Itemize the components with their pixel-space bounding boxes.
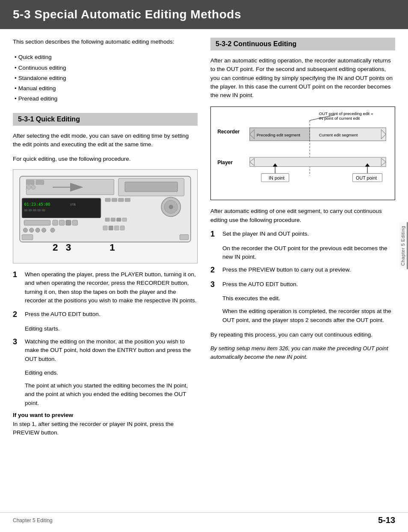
step-content-3: Watching the editing on the monitor, at … (25, 337, 198, 364)
svg-rect-9 (125, 182, 177, 192)
diagram-svg: Recorder Preceding edit segment Current … (215, 111, 390, 194)
after-diagram-text: After automatic editing of one edit segm… (210, 207, 395, 225)
bullet-item: Continuous editing (15, 63, 198, 73)
svg-rect-39 (22, 235, 33, 240)
right-step-number-3: 3 (210, 280, 219, 290)
svg-text:2: 2 (53, 242, 58, 253)
bullet-item: Manual editing (15, 83, 198, 94)
step-1: 1 When operating the player, press the P… (13, 270, 198, 305)
svg-rect-23 (118, 198, 124, 202)
page-title: 5-3 Special Automatic Editing Methods (13, 8, 395, 21)
svg-point-38 (50, 228, 55, 233)
svg-rect-16 (37, 209, 41, 211)
section531-intro: After selecting the edit mode, you can s… (13, 132, 198, 149)
italic-note: By setting setup menu item 326, you can … (210, 344, 395, 361)
svg-point-36 (35, 228, 40, 233)
svg-rect-40 (103, 226, 107, 230)
right-step-1: 1 Set the player IN and OUT points. (210, 230, 395, 239)
step-3-note2: The point at which you started the editi… (25, 381, 198, 408)
svg-rect-30 (105, 218, 109, 222)
right-column: 5-3-2 Continuous Editing After an automa… (210, 38, 395, 437)
right-step-content-2: Press the PREVIEW button to carry out a … (222, 266, 395, 275)
svg-text:01:23:45:06: 01:23:45:06 (24, 202, 50, 207)
left-column: This section describes the following aut… (13, 38, 198, 437)
svg-rect-15 (33, 209, 36, 211)
svg-point-7 (31, 185, 35, 189)
step-content-1: When operating the player, press the PLA… (25, 270, 198, 305)
svg-rect-5 (36, 180, 44, 185)
page-footer: Chapter 5 Editing 5-13 (0, 512, 408, 525)
svg-rect-10 (22, 198, 101, 218)
svg-rect-14 (29, 209, 32, 211)
svg-text:IN point: IN point (269, 175, 284, 180)
side-tab: Chapter 5 Editing (399, 222, 408, 269)
svg-text:1: 1 (109, 242, 115, 253)
right-step-content-3: Press the AUTO EDIT button. (222, 280, 395, 290)
intro-text: This section describes the following aut… (13, 38, 198, 46)
right-step-3-note2: When the editing operation is completed,… (222, 307, 395, 325)
step-number-3: 3 (13, 337, 21, 364)
svg-rect-25 (24, 220, 50, 225)
step-2-note: Editing starts. (25, 325, 198, 333)
preview-text: In step 1, after setting the recorder or… (13, 420, 198, 437)
svg-rect-61 (250, 157, 386, 167)
svg-rect-13 (24, 209, 27, 211)
bullet-item: Standalone editing (15, 73, 198, 83)
svg-text:IN point of current edit: IN point of current edit (319, 116, 360, 121)
content-wrapper: This section describes the following aut… (0, 29, 408, 463)
svg-text:OUT point: OUT point (356, 175, 377, 180)
section531-procedure: For quick editing, use the following pro… (13, 155, 198, 163)
footer-page-number: 5-13 (378, 515, 395, 525)
svg-point-20 (169, 205, 173, 209)
svg-text:Current edit segment: Current edit segment (319, 133, 358, 138)
svg-rect-44 (180, 235, 189, 240)
diagram-box: Recorder Preceding edit segment Current … (210, 106, 395, 200)
section-532-header: 5-3-2 Continuous Editing (210, 38, 395, 50)
step-content-2: Press the AUTO EDIT button. (25, 310, 198, 319)
svg-rect-42 (115, 226, 119, 230)
step-3-note1: Editing ends. (25, 369, 198, 377)
right-step-content-1: Set the player IN and OUT points. (222, 230, 395, 239)
svg-rect-32 (117, 218, 121, 222)
svg-rect-27 (59, 220, 64, 225)
svg-point-6 (27, 185, 31, 189)
svg-text:Preceding edit segment: Preceding edit segment (257, 133, 300, 138)
bullet-list: Quick editing Continuous editing Standal… (13, 52, 198, 104)
svg-rect-33 (122, 218, 127, 222)
right-step-number-1: 1 (210, 230, 219, 239)
svg-rect-24 (125, 198, 130, 202)
page-header: 5-3 Special Automatic Editing Methods (0, 0, 408, 29)
svg-rect-21 (105, 198, 110, 202)
svg-rect-43 (120, 226, 124, 230)
bullet-item: Quick editing (15, 52, 198, 62)
right-step-1-note: On the recorder the OUT point for the pr… (222, 244, 395, 262)
svg-point-37 (41, 228, 46, 233)
svg-rect-41 (109, 226, 113, 230)
device-svg: 01:23:45:06 VTR (18, 174, 193, 257)
conclusion-text: By repeating this process, you can carry… (210, 331, 395, 339)
right-step-3-note1: This executes the edit. (222, 294, 395, 303)
svg-text:OUT point of preceding edit =: OUT point of preceding edit = (319, 111, 373, 116)
svg-text:Player: Player (217, 160, 233, 166)
svg-rect-17 (41, 209, 45, 211)
right-step-3: 3 Press the AUTO EDIT button. (210, 280, 395, 290)
step-3: 3 Watching the editing on the monitor, a… (13, 337, 198, 364)
svg-point-34 (23, 228, 27, 233)
svg-rect-4 (27, 180, 34, 185)
right-step-number-2: 2 (210, 266, 219, 275)
svg-text:VTR: VTR (70, 203, 76, 207)
svg-text:Recorder: Recorder (217, 129, 239, 135)
section-531-header: 5-3-1 Quick Editing (13, 113, 198, 126)
right-step-2: 2 Press the PREVIEW button to carry out … (210, 266, 395, 275)
bullet-item: Preread editing (15, 94, 198, 104)
svg-rect-26 (53, 220, 58, 225)
step-2: 2 Press the AUTO EDIT button. (13, 310, 198, 319)
svg-rect-22 (112, 198, 117, 202)
step-number-2: 2 (13, 310, 21, 319)
footer-chapter: Chapter 5 Editing (13, 517, 53, 523)
section532-intro: After an automatic editing operation, th… (210, 56, 395, 100)
svg-rect-28 (66, 220, 71, 225)
svg-text:3: 3 (66, 242, 71, 253)
svg-rect-29 (72, 220, 77, 225)
svg-point-35 (30, 228, 34, 233)
